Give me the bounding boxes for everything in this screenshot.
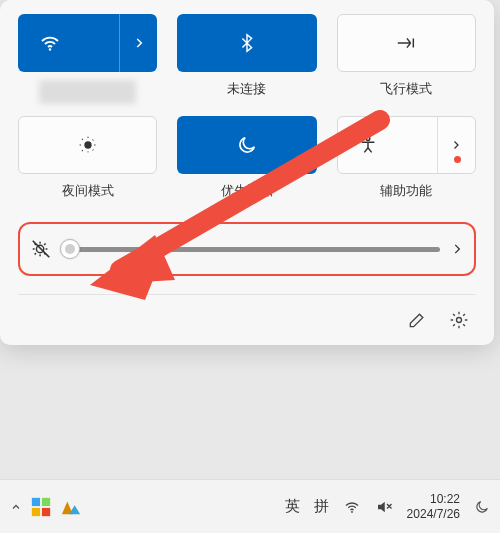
brightness-slider-annotated [18,222,476,276]
tile-nightlight-wrap: 夜间模式 [18,116,157,200]
tile-accessibility[interactable] [337,116,476,174]
svg-rect-7 [32,507,40,515]
svg-point-0 [48,48,50,50]
taskbar-date: 2024/7/26 [407,507,460,521]
tile-wifi-expand[interactable] [119,14,157,72]
brightness-muted-icon [30,238,52,260]
taskbar-datetime[interactable]: 10:22 2024/7/26 [407,492,460,521]
start-icon[interactable] [30,496,52,518]
tile-dnd-label: 优先通知 [221,182,273,200]
tray-volume-muted-icon[interactable] [375,498,393,516]
wifi-icon [18,14,81,72]
quick-settings-grid: 未连接 飞行模式 [18,14,476,200]
bluetooth-icon [236,32,258,54]
svg-point-2 [366,137,370,141]
settings-button[interactable] [448,309,470,331]
svg-point-1 [84,141,91,148]
tile-dnd-wrap: 优先通知 [177,116,316,200]
tile-bluetooth[interactable] [177,14,316,72]
edit-button[interactable] [406,309,428,331]
svg-rect-8 [42,507,50,515]
tile-wifi-label [39,80,137,104]
quick-settings-panel: 未连接 飞行模式 [0,0,494,345]
brightness-slider-thumb[interactable] [60,239,80,259]
tile-accessibility-expand[interactable] [437,117,475,173]
tile-wifi[interactable] [18,14,157,72]
tile-airplane-wrap: 飞行模式 [337,14,476,104]
tile-airplane[interactable] [337,14,476,72]
ime-mode[interactable]: 拼 [314,497,329,516]
ime-lang[interactable]: 英 [285,497,300,516]
taskbar-time: 10:22 [407,492,460,506]
tray-focus-icon[interactable] [474,499,490,515]
tile-dnd[interactable] [177,116,316,174]
tray-wifi-icon[interactable] [343,498,361,516]
tile-wifi-wrap [18,14,157,104]
airplane-icon [395,32,417,54]
svg-point-4 [457,318,462,323]
moon-icon [236,134,258,156]
tile-nightlight-label: 夜间模式 [62,182,114,200]
svg-rect-5 [32,497,40,505]
taskbar-app-icon[interactable] [60,496,82,518]
tile-accessibility-label: 辅助功能 [380,182,432,200]
tile-nightlight[interactable] [18,116,157,174]
accessibility-icon [338,117,399,173]
tile-airplane-label: 飞行模式 [380,80,432,98]
svg-rect-6 [42,497,50,505]
nightlight-icon [77,134,99,156]
panel-footer [18,294,476,335]
brightness-expand[interactable] [450,242,464,256]
brightness-slider[interactable] [62,247,440,252]
svg-point-9 [351,510,353,512]
tile-bluetooth-wrap: 未连接 [177,14,316,104]
tile-bluetooth-label: 未连接 [227,80,266,98]
tile-accessibility-wrap: 辅助功能 [337,116,476,200]
taskbar-chevron-icon[interactable] [10,501,22,513]
annotation-dot [454,156,461,163]
taskbar: 英 拼 10:22 2024/7/26 [0,479,500,533]
